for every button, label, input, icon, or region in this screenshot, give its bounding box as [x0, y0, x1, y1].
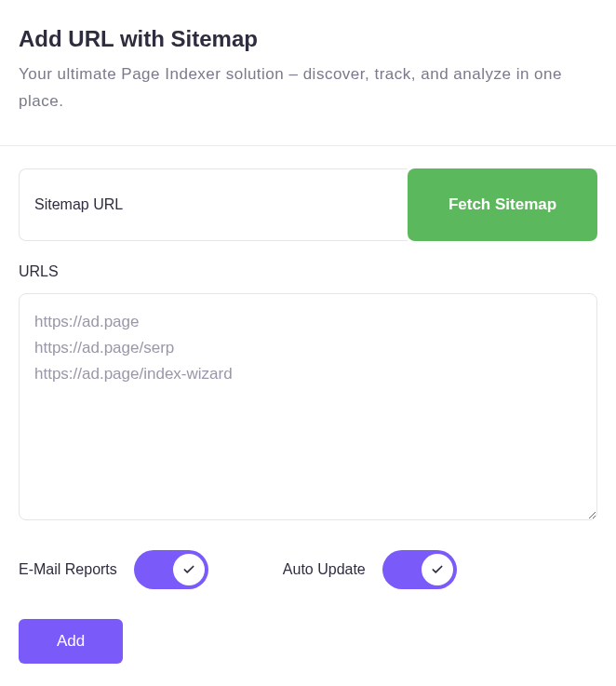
check-icon	[182, 563, 195, 576]
page-title: Add URL with Sitemap	[19, 26, 597, 52]
fetch-sitemap-button[interactable]: Fetch Sitemap	[408, 168, 597, 241]
check-icon	[431, 563, 444, 576]
email-reports-toggle[interactable]	[134, 550, 208, 589]
header: Add URL with Sitemap Your ultimate Page …	[0, 26, 616, 146]
toggles-row: E-Mail Reports Auto Update	[19, 550, 597, 589]
urls-textarea[interactable]	[19, 293, 597, 520]
email-reports-group: E-Mail Reports	[19, 550, 208, 589]
auto-update-toggle[interactable]	[382, 550, 457, 589]
sitemap-url-input[interactable]	[19, 168, 408, 241]
form-section: Fetch Sitemap URLS E-Mail Reports Auto U…	[19, 146, 597, 664]
urls-label: URLS	[19, 263, 597, 280]
toggle-knob	[173, 554, 205, 585]
toggle-knob	[422, 554, 453, 585]
sitemap-row: Fetch Sitemap	[19, 168, 597, 241]
add-button[interactable]: Add	[19, 619, 123, 664]
email-reports-label: E-Mail Reports	[19, 561, 117, 578]
auto-update-group: Auto Update	[283, 550, 457, 589]
auto-update-label: Auto Update	[283, 561, 366, 578]
page-subtitle: Your ultimate Page Indexer solution – di…	[19, 61, 597, 115]
